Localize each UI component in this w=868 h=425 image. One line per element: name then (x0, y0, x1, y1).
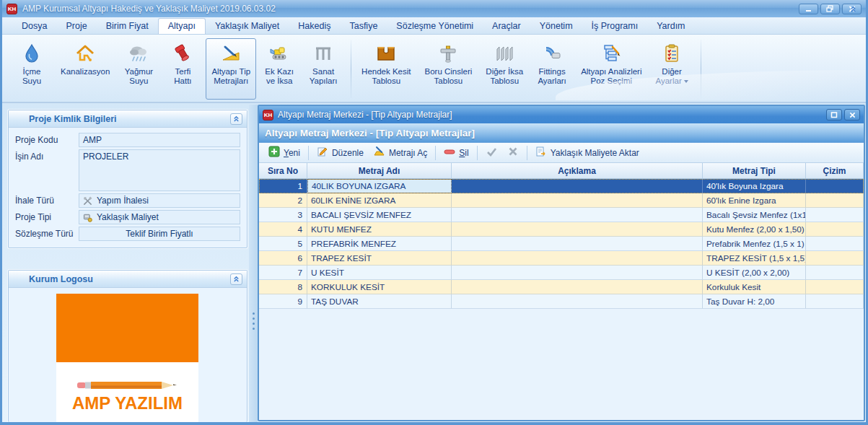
ribbon-button-fittings-ayarlari[interactable]: FittingsAyarları (531, 38, 573, 100)
toolbar-button-sil[interactable]: Sil (439, 144, 473, 162)
table-row[interactable]: 7U KESİTU KESİT (2,00 x 2,00) (259, 266, 864, 280)
menu-tab-yaklasik-maliyet[interactable]: Yaklaşık Maliyet (206, 19, 289, 34)
ihale-turu-value: Yapım İhalesi (97, 196, 149, 206)
excavator-icon (268, 41, 290, 66)
cell-aciklama (452, 266, 703, 280)
panel-splitter[interactable] (249, 105, 258, 422)
toolbar-button-duzenle[interactable]: Düzenle (312, 144, 369, 162)
menu-tab-tasfiye[interactable]: Tasfiye (340, 19, 387, 34)
company-logo-panel: Kurum Logosu AMP YAZILIM (8, 270, 247, 422)
collapse-panel-button[interactable] (230, 273, 242, 285)
isin-adi-field[interactable]: PROJELER (79, 149, 240, 191)
panel-title: Proje Kimlik Bilgileri (29, 114, 230, 124)
ribbon-button-sanat-yapilari[interactable]: SanatYapıları (302, 38, 344, 100)
ribbon-button-diger-ayarlar[interactable]: DiğerAyarlar (650, 38, 694, 100)
ribbon-button-kanalizasyon[interactable]: Kanalizasyon (55, 38, 115, 100)
table-row[interactable]: 8KORKULUK KESİTKorkuluk Kesit (259, 280, 864, 294)
table-header-row: Sıra NoMetraj AdıAçıklamaMetraj TipiÇizi… (259, 163, 864, 179)
table-row[interactable]: 9TAŞ DUVARTaş Duvar H: 2,00 (259, 294, 864, 309)
table-row[interactable]: 6TRAPEZ KESİTTRAPEZ KESİT (1,5 x 1,5) (259, 251, 864, 266)
menu-tab-yardim[interactable]: Yardım (647, 19, 694, 34)
ribbon-button-yagmur-suyu[interactable]: YağmurSuyu (118, 38, 159, 100)
panel-title: Kurum Logosu (29, 274, 230, 284)
column-header-3[interactable]: Metraj Tipi (703, 163, 806, 178)
ribbon-collapse-icon[interactable] (847, 3, 859, 14)
cell-metraj-adi: TAŞ DUVAR (307, 294, 452, 309)
ribbon-button-diger-iksa-tablosu[interactable]: Diğer İksaTablosu (480, 38, 529, 100)
rain-cloud-icon (128, 41, 149, 66)
column-header-0[interactable]: Sıra No (259, 163, 307, 178)
cell-sira-no: 8 (259, 280, 307, 294)
cell-sira-no: 6 (259, 251, 307, 266)
ribbon-button-altyapi-analizleri-poz-secimi[interactable]: Altyapı AnalizleriPoz Seçimi (575, 38, 647, 100)
table-row[interactable]: 5PREFABRİK MENFEZPrefabrik Menfez (1,5 x… (259, 237, 864, 251)
sozlesme-turu-label: Sözleşme Türü (15, 227, 79, 241)
ruler-pencil-icon (220, 41, 242, 66)
cell-metraj-tipi: Bacalı Şevsiz Menfez (1x1 (703, 208, 806, 222)
cell-cizim (806, 222, 864, 237)
pipe-fitting-icon (541, 41, 563, 66)
child-toolbar: YeniDüzenleMetrajı AçSilYaklaşık Maliyet… (259, 143, 864, 163)
menu-tab-yonetim[interactable]: Yönetim (530, 19, 582, 34)
trench-section-icon (375, 41, 397, 66)
cell-cizim (806, 237, 864, 251)
column-header-2[interactable]: Açıklama (452, 163, 703, 178)
toolbar-separator (308, 146, 309, 160)
ribbon-button-altyapi-tip-metrajlari[interactable]: Altyapı TipMetrajları (206, 38, 256, 100)
table-body: 140LIK BOYUNA IZGARA40'lık Boyuna Izgara… (259, 179, 864, 420)
menu-tab-dosya[interactable]: Dosya (12, 19, 56, 34)
menu-tab-is-programi[interactable]: İş Programı (582, 19, 648, 34)
child-restore-button[interactable] (826, 109, 842, 121)
pencil-icon (77, 380, 178, 390)
ihale-turu-field[interactable]: Yapım İhalesi (79, 193, 240, 208)
sozlesme-turu-field[interactable]: Teklif Birim Fiyatlı (79, 227, 240, 241)
cell-sira-no: 5 (259, 237, 307, 251)
table-row[interactable]: 260LIK ENİNE IZGARA60'lık Enine Izgara (259, 193, 864, 208)
restore-button[interactable] (820, 4, 840, 14)
ribbon-separator (701, 40, 701, 98)
red-pipe-icon (172, 41, 193, 66)
cell-sira-no: 4 (259, 222, 307, 237)
toolbar-button-yeni[interactable]: Yeni (263, 144, 305, 162)
column-header-1[interactable]: Metraj Adı (307, 163, 452, 178)
cell-sira-no: 1 (259, 179, 307, 193)
cell-metraj-tipi: 40'lık Boyuna Izgara (703, 179, 806, 193)
child-close-button[interactable] (844, 109, 860, 121)
cell-metraj-tipi: 60'lık Enine Izgara (703, 193, 806, 208)
child-window-title: Altyapı Metraj Merkezi - [Tip Altyapı Me… (278, 110, 824, 120)
ribbon-button-terfi-hatti[interactable]: TerfiHattı (162, 38, 203, 100)
proje-kodu-label: Proje Kodu (15, 133, 79, 147)
menu-tab-araclar[interactable]: Araçlar (483, 19, 530, 34)
toolbar-separator (477, 146, 478, 160)
table-row[interactable]: 4KUTU MENFEZKutu Menfez (2,00 x 1,50) (259, 222, 864, 237)
menu-tab-birim-fiyat[interactable]: Birim Fiyat (97, 19, 158, 34)
cell-cizim (806, 208, 864, 222)
menu-tab-sozlesme-yonetimi[interactable]: Sözleşme Yönetimi (387, 19, 483, 34)
app-title: AMP Kurumsal Altyapı Hakediş ve Yaklaşık… (22, 4, 276, 14)
application-window: KH AMP Kurumsal Altyapı Hakediş ve Yakla… (0, 0, 868, 425)
column-header-4[interactable]: Çizim (806, 163, 864, 178)
menu-tab-hakedis[interactable]: Hakediş (289, 19, 340, 34)
splitter-grip-icon (253, 312, 255, 330)
table-row[interactable]: 140LIK BOYUNA IZGARA40'lık Boyuna Izgara (259, 179, 864, 193)
cell-aciklama (452, 193, 703, 208)
menu-tab-altyapi[interactable]: Altyapı (158, 18, 206, 34)
project-identity-panel: Proje Kimlik Bilgileri Proje Kodu AMP İş… (8, 110, 247, 248)
child-header-band: Altyapı Metraj Merkezi - [Tip Altyapı Me… (259, 123, 864, 143)
menu-tab-proje[interactable]: Proje (56, 19, 96, 34)
collapse-panel-button[interactable] (230, 113, 242, 125)
ribbon-button-hendek-kesit-tablosu[interactable]: Hendek KesitTablosu (356, 38, 416, 100)
toolbar-button-yaklasik-maliyete-aktar[interactable]: Yaklaşık Maliyete Aktar (530, 144, 644, 162)
proje-tipi-field[interactable]: Yaklaşık Maliyet (79, 210, 240, 224)
cell-metraj-adi: KORKULUK KESİT (307, 280, 452, 294)
ribbon-button-ek-kazi-ve-iksa[interactable]: Ek Kazıve İksa (258, 38, 300, 100)
toolbar-button-metraji-ac[interactable]: Metrajı Aç (369, 144, 432, 162)
ribbon-button-icme-suyu[interactable]: İçmeSuyu (11, 38, 53, 100)
ribbon-button-boru-cinsleri-tablosu[interactable]: Boru CinsleriTablosu (419, 38, 478, 100)
workspace: Proje Kimlik Bilgileri Proje Kodu AMP İş… (2, 105, 866, 422)
minimize-button[interactable] (799, 4, 818, 14)
project-identity-panel-header: Proje Kimlik Bilgileri (9, 110, 247, 128)
proje-kodu-field[interactable]: AMP (79, 133, 240, 147)
cell-aciklama (452, 222, 703, 237)
table-row[interactable]: 3BACALI ŞEVSİZ MENFEZBacalı Şevsiz Menfe… (259, 208, 864, 222)
